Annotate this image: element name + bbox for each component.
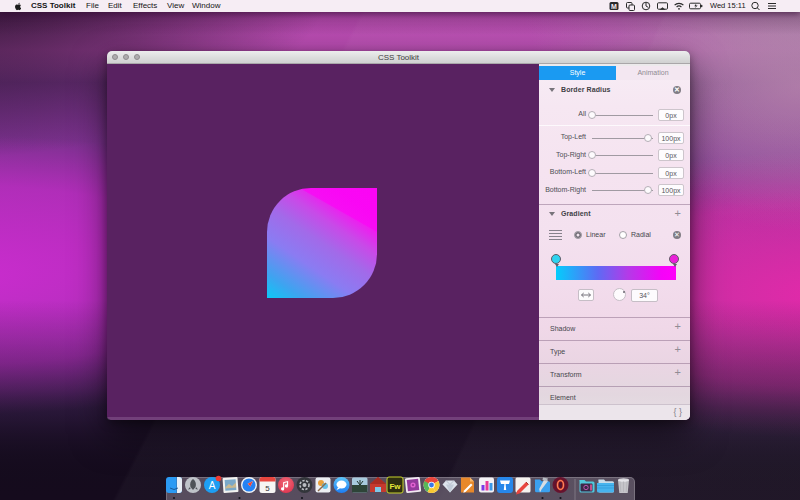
svg-text:5: 5	[265, 484, 270, 493]
svg-text:A: A	[209, 480, 216, 491]
svg-text:M: M	[611, 3, 617, 10]
svg-text:Fw: Fw	[389, 482, 401, 491]
